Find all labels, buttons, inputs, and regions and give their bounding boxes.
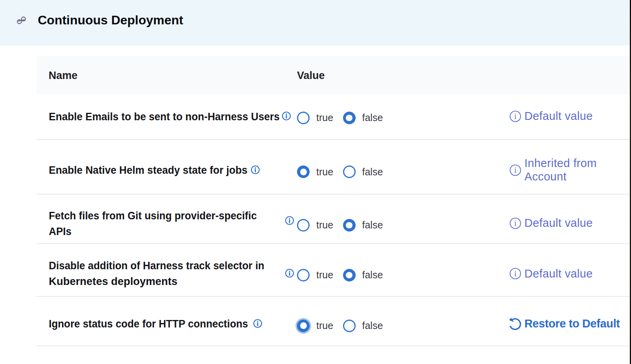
svg-text:i: i: [514, 269, 517, 278]
svg-text:i: i: [514, 166, 517, 175]
svg-text:i: i: [514, 112, 517, 121]
svg-text:i: i: [514, 219, 517, 228]
